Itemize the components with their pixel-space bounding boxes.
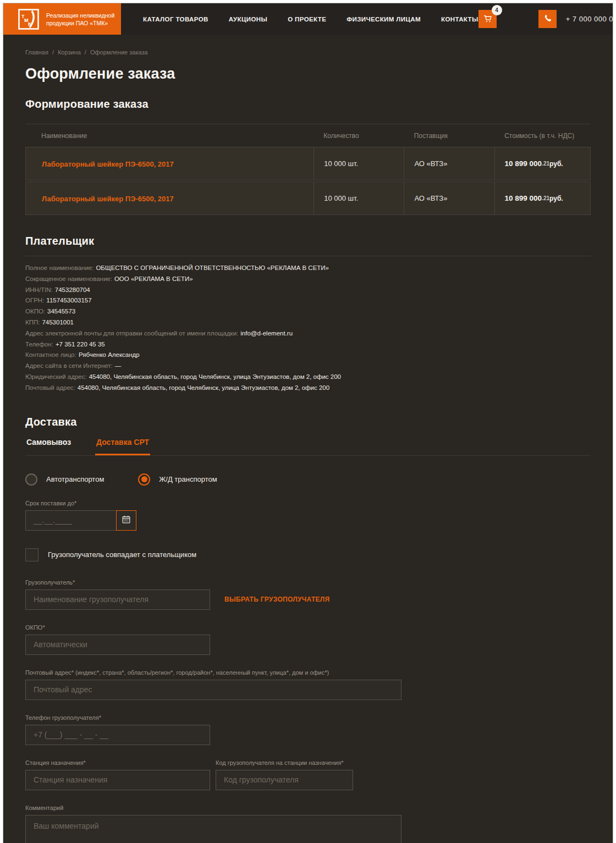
payer-field-okpo: ОКПО:34545573: [25, 306, 591, 317]
tmk-logo-icon: Т М К: [18, 9, 39, 30]
order-table-header: Наименование Количество Поставщик Стоимо…: [25, 124, 591, 147]
cell-product: Лабораторный шейкер ПЭ-6500, 2017: [26, 159, 314, 169]
consignee-code-label: Код грузополучателя на станции назначени…: [216, 759, 353, 766]
header-actions: 4 + 7 000 000 00 00: [479, 10, 613, 28]
payer-field-phone: Телефон:+7 351 220 45 35: [25, 339, 591, 350]
table-row: Лабораторный шейкер ПЭ-6500, 2017 10 000…: [25, 147, 591, 180]
cell-quantity: 10 000 шт.: [314, 182, 404, 214]
delivery-date-label: Срок поставки до*: [25, 500, 591, 506]
payer-details: Полное наименование:ОБЩЕСТВО С ОГРАНИЧЕН…: [25, 263, 591, 394]
nav-individuals[interactable]: ФИЗИЧЕСКИМ ЛИЦАМ: [346, 16, 421, 23]
payer-field-contact: Контактное лицо:Рябченко Александр: [25, 350, 591, 361]
price-fraction: .21: [542, 195, 549, 201]
payer-field-ogrn: ОГРН:1157453003157: [25, 295, 591, 306]
comment-textarea[interactable]: [25, 815, 402, 843]
cell-product: Лабораторный шейкер ПЭ-6500, 2017: [26, 194, 314, 203]
comment-field: Комментарий: [25, 805, 591, 843]
consignee-input[interactable]: [25, 589, 210, 610]
product-link[interactable]: Лабораторный шейкер ПЭ-6500, 2017: [42, 160, 174, 168]
cell-price: 10 899 000.21 руб.: [494, 147, 590, 180]
station-row: Станция назначения* Код грузополучателя …: [25, 759, 591, 790]
payer-field-legal-address: Юридический адрес:454080, Челябинская об…: [25, 372, 591, 383]
order-section: Формирование заказа Наименование Количес…: [25, 98, 591, 215]
tab-delivery-cpt[interactable]: Доставка СРТ: [95, 429, 150, 455]
logo[interactable]: Т М К Реализация неликвидной продукции П…: [3, 3, 121, 35]
payer-field-short-name: Сокращенное наименование:ООО «РЕКЛАМА В …: [25, 274, 591, 285]
logo-tagline: Реализация неликвидной продукции ПАО «ТМ…: [46, 12, 114, 27]
breadcrumb-separator: /: [85, 49, 86, 56]
destination-station-input[interactable]: [25, 770, 210, 790]
price-currency: руб.: [549, 160, 563, 168]
nav-catalog[interactable]: КАТАЛОГ ТОВАРОВ: [143, 16, 208, 23]
cart-count-badge: 4: [492, 5, 502, 15]
phone-button[interactable]: [538, 10, 557, 28]
delivery-section: Доставка Самовывоз Доставка СРТ Автотран…: [25, 416, 591, 843]
cart-icon: [482, 13, 493, 25]
payer-field-email: Адрес электронной почты для отправки соо…: [25, 328, 591, 339]
breadcrumb-separator: /: [52, 49, 54, 56]
calendar-icon: [121, 514, 131, 526]
main-nav: КАТАЛОГ ТОВАРОВ АУКЦИОНЫ О ПРОЕКТЕ ФИЗИЧ…: [143, 16, 479, 23]
comment-label: Комментарий: [25, 805, 591, 811]
postal-address-input[interactable]: [25, 680, 402, 700]
product-link[interactable]: Лабораторный шейкер ПЭ-6500, 2017: [42, 195, 174, 203]
payer-section-title: Плательщик: [25, 235, 591, 247]
okpo-field: ОКПО*: [25, 624, 591, 655]
checkbox-unchecked-icon[interactable]: [25, 548, 38, 561]
checkbox-label: Грузополучатель совпадает с плательщиком: [48, 550, 196, 559]
breadcrumb-home[interactable]: Главная: [25, 49, 48, 56]
svg-text:К: К: [28, 21, 31, 27]
select-consignee-link[interactable]: ВЫБРАТЬ ГРУЗОПОЛУЧАТЕЛЯ: [224, 596, 329, 603]
consignee-field: Грузополучатель* ВЫБРАТЬ ГРУЗОПОЛУЧАТЕЛЯ: [25, 579, 591, 610]
cell-price: 10 899 000.21 руб.: [494, 182, 590, 214]
cart-wrap: 4: [479, 10, 497, 28]
consignee-code-input[interactable]: [216, 770, 353, 790]
radio-checked-icon: [138, 473, 150, 486]
nav-contacts[interactable]: КОНТАКТЫ: [441, 16, 479, 23]
delivery-section-title: Доставка: [25, 416, 591, 428]
order-table: Наименование Количество Поставщик Стоимо…: [25, 124, 591, 215]
nav-auctions[interactable]: АУКЦИОНЫ: [229, 16, 267, 23]
cell-quantity: 10 000 шт.: [314, 147, 404, 180]
phone-group: + 7 000 000 00 00: [538, 10, 613, 28]
price-fraction: .21: [542, 161, 549, 167]
logo-tagline-line2: продукции ПАО «ТМК»: [46, 20, 108, 26]
postal-address-field: Почтовый адрес* (индекс*, страна*, облас…: [25, 669, 591, 700]
price-currency: руб.: [549, 195, 563, 202]
divider: [25, 256, 591, 256]
column-header-quantity: Количество: [314, 132, 404, 140]
price-main: 10 899 000: [505, 194, 542, 202]
destination-station-field: Станция назначения*: [25, 759, 210, 790]
payer-section: Плательщик Полное наименование:ОБЩЕСТВО …: [25, 235, 591, 394]
column-header-price: Стоимость (в т.ч. НДС): [494, 132, 591, 140]
transport-radio-group: Автотранспортом Ж/Д транспортом: [25, 473, 591, 486]
destination-station-label: Станция назначения*: [25, 759, 210, 766]
same-as-payer-checkbox-row[interactable]: Грузополучатель совпадает с плательщиком: [25, 548, 591, 561]
page-title: Оформление заказа: [25, 65, 591, 82]
consignee-phone-field: Телефон грузополучателя*: [25, 714, 591, 745]
breadcrumb-current: Оформление заказа: [90, 49, 148, 56]
phone-number: + 7 000 000 00 00: [566, 15, 613, 23]
okpo-label: ОКПО*: [25, 624, 591, 631]
radio-unchecked-icon: [25, 473, 37, 486]
consignee-phone-input[interactable]: [25, 725, 210, 745]
consignee-label: Грузополучатель*: [25, 579, 591, 586]
phone-icon: [543, 14, 552, 25]
delivery-date-input[interactable]: [25, 510, 117, 531]
breadcrumb: Главная / Корзина / Оформление заказа: [25, 49, 591, 56]
breadcrumb-cart[interactable]: Корзина: [58, 49, 81, 56]
main-content: Главная / Корзина / Оформление заказа Оф…: [3, 35, 613, 843]
consignee-code-field: Код грузополучателя на станции назначени…: [216, 759, 353, 790]
column-header-supplier: Поставщик: [404, 132, 494, 140]
payer-field-inn: ИНН/TIN:7453280704: [25, 285, 591, 296]
delivery-date-field: Срок поставки до*: [25, 500, 591, 531]
page-frame: Т М К Реализация неликвидной продукции П…: [3, 3, 613, 843]
postal-address-label: Почтовый адрес* (индекс*, страна*, облас…: [25, 669, 591, 676]
payer-field-website: Адрес сайта в сети Интернет:—: [25, 361, 591, 372]
radio-auto-transport[interactable]: Автотранспортом: [25, 473, 104, 486]
nav-about[interactable]: О ПРОЕКТЕ: [288, 16, 326, 23]
radio-rail-transport[interactable]: Ж/Д транспортом: [138, 473, 217, 486]
okpo-input[interactable]: [25, 635, 210, 655]
tab-pickup[interactable]: Самовывоз: [25, 429, 72, 455]
calendar-button[interactable]: [116, 510, 136, 531]
